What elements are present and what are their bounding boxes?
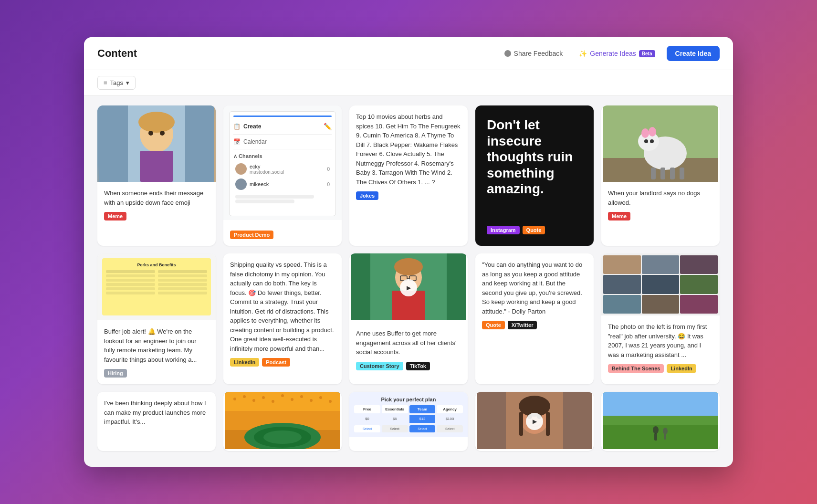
svg-point-38: [300, 395, 303, 398]
card-body-6: Buffer job alert! 🔔 We're on the lookout…: [97, 320, 216, 384]
tag-tiktok[interactable]: TikTok: [406, 362, 430, 370]
document-preview: Perks and Benefits: [97, 253, 216, 320]
svg-point-33: [252, 399, 255, 402]
card-parks[interactable]: [601, 392, 720, 451]
svg-point-37: [291, 398, 293, 401]
tag-jokes[interactable]: Jokes: [356, 191, 378, 200]
card-body: When someone ends their message with an …: [97, 182, 216, 227]
card-text-10: The photo on the left is from my first "…: [608, 322, 713, 359]
tag-instagram[interactable]: Instagram: [487, 226, 520, 234]
pricing-preview: Pick your perfect plan Free Essentials T…: [349, 392, 468, 437]
card-linkedin-podcast[interactable]: Shipping quality vs speed. This is a fal…: [223, 253, 342, 384]
play-button[interactable]: ▶: [400, 279, 417, 296]
svg-rect-63: [664, 434, 666, 440]
tag-customer-story[interactable]: Customer Story: [356, 362, 403, 370]
svg-point-11: [641, 128, 649, 138]
card-woman-video[interactable]: ▶: [475, 392, 594, 451]
svg-rect-3: [140, 151, 173, 182]
card-body-7: Shipping quality vs speed. This is a fal…: [223, 253, 342, 373]
svg-point-17: [644, 139, 648, 143]
content-grid: When someone ends their message with an …: [84, 96, 733, 461]
tag-quote[interactable]: Quote: [523, 226, 545, 234]
tag-behind-scenes[interactable]: Behind The Scenes: [608, 364, 664, 373]
svg-point-44: [263, 430, 302, 444]
svg-point-34: [262, 396, 265, 399]
generate-ideas-button[interactable]: ✨ Generate Ideas Beta: [574, 47, 660, 60]
tag-meme[interactable]: Meme: [104, 212, 126, 220]
card-text-11: I've been thinking deeply about how I ca…: [104, 399, 209, 427]
card-text-3: Top 10 movies about herbs and spices 10.…: [356, 112, 461, 187]
card-text-9: "You can do anything you want to do as l…: [482, 260, 587, 316]
tags-row-4: Instagram Quote: [487, 226, 582, 234]
chevron-down-icon: ▾: [126, 79, 129, 86]
svg-point-32: [243, 395, 246, 398]
svg-point-35: [272, 400, 274, 403]
svg-rect-58: [603, 392, 718, 416]
screenshot-content: 📋 Create ✏️ 📅 Calendar ∧ Channels ecky m…: [223, 105, 342, 220]
svg-rect-61: [654, 433, 657, 441]
card-text: When someone ends their message with an …: [104, 189, 209, 207]
create-idea-button[interactable]: Create Idea: [667, 46, 720, 61]
svg-rect-50: [546, 412, 550, 436]
filter-icon: ≡: [104, 79, 107, 86]
tag-podcast[interactable]: Podcast: [262, 358, 290, 367]
tags-row-5: Meme: [608, 212, 713, 220]
generate-ideas-label: Generate Ideas: [590, 50, 636, 57]
card-meme-emoji[interactable]: When someone ends their message with an …: [97, 105, 216, 246]
beta-badge: Beta: [639, 50, 655, 57]
card-text-7: Shipping quality vs speed. This is a fal…: [230, 260, 335, 353]
card-stadium[interactable]: [223, 392, 342, 451]
tag-meme-2[interactable]: Meme: [608, 212, 630, 220]
tags-row-6: Hiring: [104, 369, 209, 378]
svg-point-6: [160, 131, 165, 136]
share-feedback-button[interactable]: Share Feedback: [500, 47, 568, 60]
card-text-8: Anne uses Buffer to get more engagement …: [356, 329, 461, 357]
svg-point-23: [394, 258, 423, 275]
svg-rect-59: [603, 416, 718, 425]
tags-row-10: Behind The Scenes LinkedIn: [608, 364, 713, 373]
card-body-9: "You can do anything you want to do as l…: [475, 253, 594, 336]
svg-point-36: [281, 394, 284, 397]
card-customer-story[interactable]: ▶ Anne uses Buffer to get more engagemen…: [349, 253, 468, 384]
card-dolly-quote[interactable]: "You can do anything you want to do as l…: [475, 253, 594, 384]
tag-product-demo[interactable]: Product Demo: [230, 231, 273, 239]
wand-icon: ✨: [579, 50, 587, 57]
woman-video-container: ▶: [475, 392, 594, 451]
feedback-icon: [504, 50, 511, 57]
tags-label: Tags: [110, 79, 123, 86]
tag-linkedin-2[interactable]: LinkedIn: [667, 364, 696, 373]
app-container: Content Share Feedback ✨ Generate Ideas …: [84, 37, 733, 467]
svg-point-31: [233, 398, 236, 400]
card-product-demo[interactable]: 📋 Create ✏️ 📅 Calendar ∧ Channels ecky m…: [223, 105, 342, 246]
tag-linkedin[interactable]: LinkedIn: [230, 358, 259, 367]
card-text-5: When your landlord says no dogs allowed.: [608, 189, 713, 207]
card-pricing[interactable]: Pick your perfect plan Free Essentials T…: [349, 392, 468, 451]
tag-hiring[interactable]: Hiring: [104, 369, 127, 378]
svg-rect-13: [651, 168, 656, 179]
page-title: Content: [97, 47, 137, 60]
card-hiring[interactable]: Perks and Benefits: [97, 253, 216, 384]
card-black-quote[interactable]: Don't let insecure thoughts ruin somethi…: [475, 105, 594, 246]
tags-filter-button[interactable]: ≡ Tags ▾: [97, 76, 136, 90]
svg-point-5: [148, 131, 153, 136]
card-text-6: Buffer job alert! 🔔 We're on the lookout…: [104, 327, 209, 364]
header: Content Share Feedback ✨ Generate Ideas …: [84, 37, 733, 70]
tag-quote-2[interactable]: Quote: [482, 321, 505, 329]
svg-rect-15: [670, 168, 675, 179]
tags-row-2: Product Demo: [230, 231, 335, 239]
tags-row: Meme: [104, 212, 209, 220]
card-sheep-meme[interactable]: When your landlord says no dogs allowed.…: [601, 105, 720, 246]
tag-xtwitter[interactable]: X/Twitter: [508, 321, 537, 329]
card-body-5: When your landlord says no dogs allowed.…: [601, 182, 720, 227]
parks-photo: [601, 392, 720, 449]
card-product-launches[interactable]: I've been thinking deeply about how I ca…: [97, 392, 216, 451]
card-jokes-herbs[interactable]: Top 10 movies about herbs and spices 10.…: [349, 105, 468, 246]
svg-rect-14: [660, 168, 665, 179]
card-behind-scenes[interactable]: The photo on the left is from my first "…: [601, 253, 720, 384]
svg-point-4: [138, 112, 175, 133]
play-button-2[interactable]: ▶: [526, 413, 543, 430]
svg-point-12: [649, 127, 656, 136]
svg-rect-54: [603, 425, 718, 449]
card-body-2: Product Demo: [223, 220, 342, 246]
video-grid: [601, 253, 720, 315]
